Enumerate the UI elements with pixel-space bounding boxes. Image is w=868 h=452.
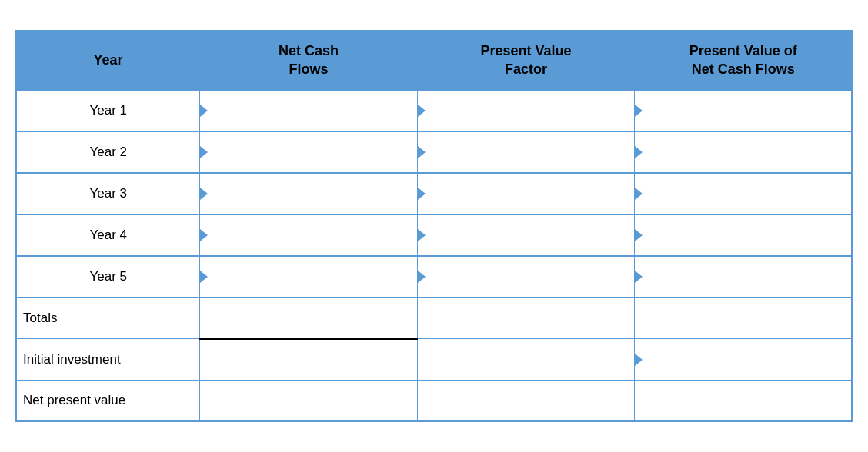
- npv-label: Net present value: [16, 380, 200, 421]
- npv-pv-factor-input[interactable]: [418, 381, 634, 420]
- year-4-pv-factor-input[interactable]: [418, 215, 634, 255]
- npv-pv-factor-cell: [417, 380, 634, 421]
- initial-net-cash-wrapper: [200, 340, 416, 380]
- year-4-pv-factor-wrapper: [418, 215, 634, 255]
- year-4-pv-net-cell: [635, 214, 852, 256]
- year-3-label: Year 3: [16, 173, 200, 214]
- year-1-net-cash-flows-cell: [200, 90, 417, 131]
- totals-pv-net-input[interactable]: [635, 298, 851, 338]
- npv-pv-factor-wrapper: [418, 381, 634, 420]
- year-4-net-cash-input[interactable]: [200, 215, 416, 255]
- year-3-pv-factor-cell: [417, 173, 634, 214]
- present-value-factor-header: Present ValueFactor: [417, 31, 634, 90]
- npv-net-cash-input[interactable]: [200, 381, 416, 420]
- year-3-pv-net-wrapper: [635, 174, 851, 214]
- year-5-net-cash-flows-cell: [200, 256, 417, 297]
- year-1-net-cash-input-wrapper: [200, 91, 416, 131]
- npv-pv-net-cell: [635, 380, 852, 421]
- initial-net-cash-input[interactable]: [200, 340, 416, 380]
- totals-row: Totals: [16, 297, 852, 339]
- year-2-pv-net-wrapper: [635, 132, 851, 172]
- year-1-pv-net-wrapper: [635, 91, 851, 131]
- year-3-row: Year 3: [16, 173, 852, 214]
- year-4-row: Year 4: [16, 214, 852, 256]
- year-5-pv-net-wrapper: [635, 257, 851, 297]
- year-5-pv-factor-wrapper: [418, 257, 634, 297]
- initial-pv-factor-wrapper: [418, 340, 634, 380]
- year-1-row: Year 1: [16, 90, 852, 131]
- net-cash-flows-header: Net CashFlows: [200, 31, 417, 90]
- totals-net-cash-input[interactable]: [200, 298, 416, 338]
- year-1-pv-net-input[interactable]: [635, 91, 851, 131]
- year-1-pv-net-cell: [635, 90, 852, 131]
- year-2-pv-factor-wrapper: [418, 132, 634, 172]
- totals-net-cash-cell: [200, 297, 417, 339]
- year-3-net-cash-input-wrapper: [200, 174, 416, 214]
- initial-pv-net-input[interactable]: [635, 340, 851, 380]
- year-5-pv-net-cell: [635, 256, 852, 297]
- year-header: Year: [16, 31, 200, 90]
- initial-pv-factor-cell: [417, 339, 634, 381]
- year-5-row: Year 5: [16, 256, 852, 297]
- initial-investment-label: Initial investment: [16, 339, 200, 381]
- year-2-pv-net-cell: [635, 131, 852, 173]
- year-5-net-cash-input-wrapper: [200, 257, 416, 297]
- year-1-pv-factor-input[interactable]: [418, 91, 634, 131]
- initial-pv-net-wrapper: [635, 340, 851, 380]
- year-2-pv-net-input[interactable]: [635, 132, 851, 172]
- totals-pv-factor-input[interactable]: [418, 298, 634, 338]
- year-4-pv-factor-cell: [417, 214, 634, 256]
- totals-pv-net-wrapper: [635, 298, 851, 338]
- year-3-net-cash-flows-cell: [200, 173, 417, 214]
- totals-pv-net-cell: [635, 297, 852, 339]
- year-3-pv-net-input[interactable]: [635, 174, 851, 214]
- year-1-label: Year 1: [16, 90, 200, 131]
- year-3-pv-net-cell: [635, 173, 852, 214]
- year-4-label: Year 4: [16, 214, 200, 256]
- year-5-label: Year 5: [16, 256, 200, 297]
- financial-table-wrapper: Year Net CashFlows Present ValueFactor P…: [15, 30, 853, 422]
- npv-pv-net-input[interactable]: [635, 381, 851, 420]
- npv-net-cash-wrapper: [200, 381, 416, 420]
- initial-investment-row: Initial investment: [16, 339, 852, 381]
- year-2-label: Year 2: [16, 131, 200, 173]
- year-2-row: Year 2: [16, 131, 852, 173]
- year-4-net-cash-input-wrapper: [200, 215, 416, 255]
- year-5-net-cash-input[interactable]: [200, 257, 416, 297]
- totals-pv-factor-cell: [417, 297, 634, 339]
- totals-pv-factor-wrapper: [418, 298, 634, 338]
- totals-label: Totals: [16, 297, 200, 339]
- header-row: Year Net CashFlows Present ValueFactor P…: [16, 31, 852, 90]
- year-5-pv-net-input[interactable]: [635, 257, 851, 297]
- present-value-of-net-header: Present Value ofNet Cash Flows: [635, 31, 852, 90]
- npv-pv-net-wrapper: [635, 381, 851, 420]
- npv-row: Net present value: [16, 380, 852, 421]
- year-4-pv-net-wrapper: [635, 215, 851, 255]
- year-5-pv-factor-input[interactable]: [418, 257, 634, 297]
- year-1-pv-factor-cell: [417, 90, 634, 131]
- year-2-net-cash-input[interactable]: [200, 132, 416, 172]
- year-1-pv-factor-wrapper: [418, 91, 634, 131]
- year-4-net-cash-flows-cell: [200, 214, 417, 256]
- year-3-pv-factor-input[interactable]: [418, 174, 634, 214]
- year-2-pv-factor-input[interactable]: [418, 132, 634, 172]
- npv-table: Year Net CashFlows Present ValueFactor P…: [15, 30, 853, 422]
- initial-pv-factor-input[interactable]: [418, 340, 634, 380]
- year-2-pv-factor-cell: [417, 131, 634, 173]
- initial-pv-net-cell: [635, 339, 852, 381]
- year-3-pv-factor-wrapper: [418, 174, 634, 214]
- year-5-pv-factor-cell: [417, 256, 634, 297]
- year-1-net-cash-input[interactable]: [200, 91, 416, 131]
- initial-net-cash-cell: [200, 339, 417, 381]
- year-2-net-cash-flows-cell: [200, 131, 417, 173]
- year-4-pv-net-input[interactable]: [635, 215, 851, 255]
- year-2-net-cash-input-wrapper: [200, 132, 416, 172]
- year-3-net-cash-input[interactable]: [200, 174, 416, 214]
- npv-net-cash-cell: [200, 380, 417, 421]
- totals-net-cash-wrapper: [200, 298, 416, 338]
